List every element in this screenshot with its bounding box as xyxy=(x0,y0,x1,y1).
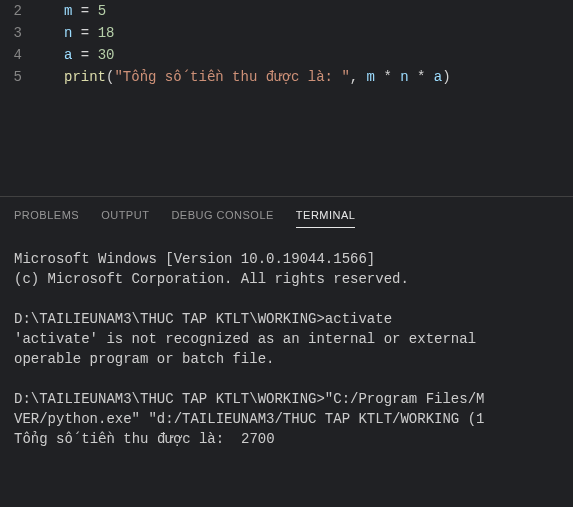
code-content[interactable]: a = 30 xyxy=(40,44,114,66)
terminal-line: D:\TAILIEUNAM3\THUC TAP KTLT\WORKING>act… xyxy=(14,309,559,329)
terminal-line: Microsoft Windows [Version 10.0.19044.15… xyxy=(14,249,559,269)
code-line[interactable]: 4a = 30 xyxy=(0,44,573,66)
terminal-line: VER/python.exe" "d:/TAILIEUNAM3/THUC TAP… xyxy=(14,409,559,429)
code-line[interactable]: 2m = 5 xyxy=(0,0,573,22)
terminal-line: (c) Microsoft Corporation. All rights re… xyxy=(14,269,559,289)
tab-problems[interactable]: PROBLEMS xyxy=(14,209,79,227)
code-line[interactable]: 5print("Tổng số tiền thu được là: ", m *… xyxy=(0,66,573,88)
panel-tabs: PROBLEMS OUTPUT DEBUG CONSOLE TERMINAL xyxy=(0,197,573,231)
line-number: 2 xyxy=(0,0,40,22)
tab-output[interactable]: OUTPUT xyxy=(101,209,149,227)
terminal-line: D:\TAILIEUNAM3\THUC TAP KTLT\WORKING>"C:… xyxy=(14,389,559,409)
terminal-line: operable program or batch file. xyxy=(14,349,559,369)
code-content[interactable]: print("Tổng số tiền thu được là: ", m * … xyxy=(40,66,451,88)
code-content[interactable]: m = 5 xyxy=(40,0,106,22)
terminal-line xyxy=(14,369,559,389)
line-number: 3 xyxy=(0,22,40,44)
terminal-line: 'activate' is not recognized as an inter… xyxy=(14,329,559,349)
terminal-line: Tổng số tiền thu được là: 2700 xyxy=(14,429,559,449)
terminal-panel[interactable]: Microsoft Windows [Version 10.0.19044.15… xyxy=(0,231,573,449)
terminal-line xyxy=(14,289,559,309)
code-editor[interactable]: 2m = 53n = 184a = 305print("Tổng số tiền… xyxy=(0,0,573,88)
tab-terminal[interactable]: TERMINAL xyxy=(296,209,356,228)
line-number: 5 xyxy=(0,66,40,88)
code-content[interactable]: n = 18 xyxy=(40,22,114,44)
line-number: 4 xyxy=(0,44,40,66)
tab-debug-console[interactable]: DEBUG CONSOLE xyxy=(171,209,273,227)
code-line[interactable]: 3n = 18 xyxy=(0,22,573,44)
